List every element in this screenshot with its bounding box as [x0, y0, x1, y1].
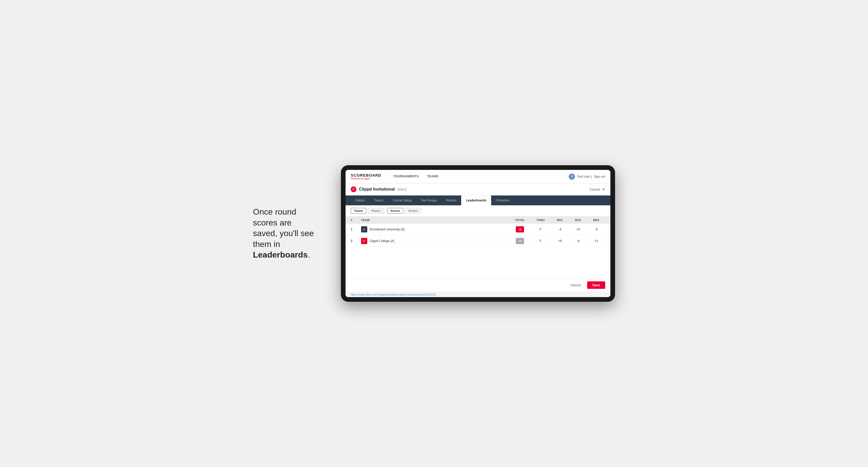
- page-wrapper: Once round scores are saved, you'll see …: [253, 165, 615, 302]
- table-spacer: [345, 247, 610, 278]
- url-text: https://stage-blue-coach.stagescoreboard…: [351, 293, 436, 296]
- tablet-frame: SCOREBOARD Powered by clippd TOURNAMENTS…: [341, 165, 615, 302]
- user-name: Test User |: [577, 175, 592, 179]
- nav-links: TOURNAMENTS TEAMS: [389, 170, 568, 183]
- col-total: TOTAL: [509, 218, 530, 222]
- row1-total-cell: -5: [509, 226, 530, 232]
- tournament-cancel-button[interactable]: Cancel ✕: [590, 187, 605, 191]
- footer-cancel-button[interactable]: Cancel: [567, 282, 584, 288]
- row1-logo-icon: ■: [364, 228, 365, 231]
- col-rank: #: [351, 218, 361, 222]
- desc-line4: them in: [253, 240, 280, 249]
- leaderboard-table: # TEAM TOTAL THRU RD1 RD2 RD3 1 ■ Score: [345, 216, 610, 278]
- tab-printables[interactable]: Printables: [491, 195, 514, 205]
- logo-sub: Powered by clippd: [351, 177, 381, 180]
- desc-line5-bold: Leaderboards: [253, 250, 308, 259]
- tournament-title-row: C Clippd Invitational (Men): [351, 186, 407, 192]
- tab-leaderboards[interactable]: Leaderboards: [461, 195, 491, 205]
- row2-rd1: +8: [551, 239, 569, 243]
- tablet-screen: SCOREBOARD Powered by clippd TOURNAMENTS…: [345, 170, 610, 297]
- top-nav: SCOREBOARD Powered by clippd TOURNAMENTS…: [345, 170, 610, 183]
- row1-team-logo: ■: [361, 226, 367, 232]
- tab-tee-groups[interactable]: Tee Groups: [416, 195, 441, 205]
- row2-rd2: -8: [569, 239, 587, 243]
- row2-logo-text: C: [363, 240, 365, 242]
- row2-rd3: +3: [587, 239, 605, 243]
- sub-tabs-bar: Teams Players Scores Strokes: [345, 205, 610, 216]
- col-team: TEAM: [361, 218, 509, 222]
- row2-total-cell: +3: [509, 238, 530, 244]
- col-rd1: RD1: [551, 218, 569, 222]
- footer-save-button[interactable]: Save: [587, 281, 605, 289]
- nav-right: S Test User | Sign out: [569, 174, 605, 180]
- tab-details[interactable]: Details: [351, 195, 370, 205]
- col-thru: THRU: [530, 218, 551, 222]
- col-rd3: RD3: [587, 218, 605, 222]
- row1-total-badge: -5: [516, 226, 524, 232]
- row1-rd1: -4: [551, 227, 569, 231]
- col-rd2: RD2: [569, 218, 587, 222]
- desc-line3: saved, you'll see: [253, 228, 314, 238]
- desc-line2: scores are: [253, 218, 291, 227]
- close-icon: ✕: [602, 187, 605, 191]
- nav-teams[interactable]: TEAMS: [423, 170, 443, 183]
- tab-course-setup[interactable]: Course Setup: [388, 195, 416, 205]
- tab-results[interactable]: Results: [441, 195, 461, 205]
- table-header: # TEAM TOTAL THRU RD1 RD2 RD3: [345, 216, 610, 224]
- row1-rank: 1: [351, 227, 361, 231]
- row2-thru: F: [530, 239, 551, 243]
- tab-teams[interactable]: Teams: [370, 195, 388, 205]
- logo-area: SCOREBOARD Powered by clippd: [351, 173, 381, 180]
- tournament-gender: (Men): [398, 187, 407, 191]
- row2-rank: 2: [351, 239, 361, 243]
- desc-period: .: [308, 250, 310, 259]
- nav-tournaments[interactable]: TOURNAMENTS: [389, 170, 423, 183]
- modal-footer: Cancel Save: [345, 278, 610, 292]
- tournament-icon: C: [351, 186, 356, 192]
- desc-line1: Once round: [253, 207, 296, 216]
- row2-team-name: Clippd College [A]: [369, 239, 394, 243]
- sign-out-link[interactable]: Sign out: [594, 175, 605, 179]
- tournament-header: C Clippd Invitational (Men) Cancel ✕: [345, 183, 610, 195]
- sub-tab-players[interactable]: Players: [368, 208, 384, 214]
- table-row: 2 C Clippd College [A] +3 F +8 -8 +3: [345, 235, 610, 247]
- row2-total-badge: +3: [516, 238, 524, 244]
- tournament-name: Clippd Invitational: [359, 187, 395, 192]
- sub-tab-scores[interactable]: Scores: [387, 208, 403, 214]
- sub-tab-teams[interactable]: Teams: [351, 208, 366, 214]
- row1-rd2: +5: [569, 227, 587, 231]
- row1-thru: F: [530, 227, 551, 231]
- logo-text: SCOREBOARD: [351, 173, 381, 177]
- row1-team-cell: ■ Scoreboard University [A]: [361, 226, 509, 232]
- row1-rd3: -6: [587, 227, 605, 231]
- tabs-bar: Details Teams Course Setup Tee Groups Re…: [345, 195, 610, 205]
- table-row: 1 ■ Scoreboard University [A] -5 F -4 +5…: [345, 224, 610, 235]
- row1-team-name: Scoreboard University [A]: [369, 227, 404, 231]
- sub-tab-strokes[interactable]: Strokes: [405, 208, 421, 214]
- row2-team-logo: C: [361, 238, 367, 244]
- url-bar: https://stage-blue-coach.stagescoreboard…: [345, 292, 610, 297]
- row2-team-cell: C Clippd College [A]: [361, 238, 509, 244]
- left-description: Once round scores are saved, you'll see …: [253, 207, 326, 260]
- user-avatar: S: [569, 174, 575, 180]
